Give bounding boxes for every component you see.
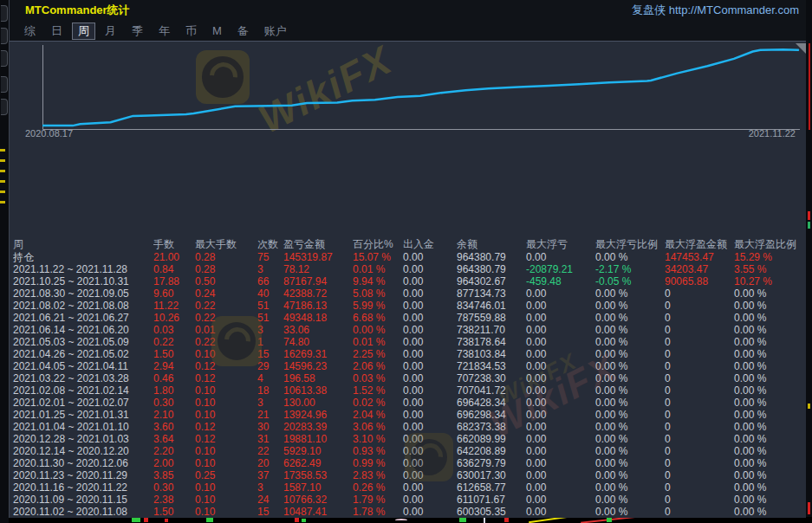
menu-tab-综[interactable]: 综 xyxy=(18,23,42,40)
table-row[interactable]: 2021.05.03 ~ 2021.05.090.220.22174.800.0… xyxy=(10,336,806,348)
value-cell: 0.00 % xyxy=(353,324,403,336)
value-cell: 0.00 xyxy=(526,421,595,433)
value-cell: 37 xyxy=(257,469,283,481)
value-cell: 0.00 xyxy=(403,409,457,421)
value-cell: 3 xyxy=(257,263,283,275)
candle-sliver xyxy=(808,502,810,514)
value-cell: 0 xyxy=(665,445,734,457)
value-cell: 0.93 % xyxy=(353,445,403,457)
value-cell: 最大浮盈金额 xyxy=(665,237,734,251)
brand-link[interactable]: 复盘侠 http://MTCommander.com xyxy=(632,3,799,18)
table-row[interactable]: 2021.02.08 ~ 2021.02.141.800.101810613.3… xyxy=(10,384,806,397)
value-cell: 0.28 xyxy=(195,263,257,275)
value-cell: 0.00 xyxy=(403,300,457,312)
title-bar[interactable]: MTCommander统计 复盘侠 http://MTCommander.com xyxy=(10,0,806,21)
table-row[interactable]: 2021.06.21 ~ 2021.06.2710.260.225149348.… xyxy=(10,312,806,324)
table-row[interactable]: 2021.01.04 ~ 2021.01.103.600.123020283.3… xyxy=(10,421,806,433)
menu-tab-币[interactable]: 币 xyxy=(179,23,203,40)
table-row[interactable]: 2020.12.14 ~ 2020.12.202.200.10225929.10… xyxy=(10,445,806,457)
candle-sliver xyxy=(808,404,810,409)
table-row[interactable]: 2020.11.02 ~ 2020.11.081.500.101510487.4… xyxy=(10,506,806,518)
menu-tab-周[interactable]: 周 xyxy=(72,23,95,40)
menu-tab-日[interactable]: 日 xyxy=(45,23,68,40)
value-cell: 0.00 xyxy=(403,263,457,275)
table-row[interactable]: 2021.04.05 ~ 2021.04.112.940.122914596.2… xyxy=(10,360,806,372)
period-cell: 2021.02.01 ~ 2021.02.07 xyxy=(13,397,153,409)
menu-tab-备[interactable]: 备 xyxy=(231,23,255,40)
table-row[interactable]: 2020.11.30 ~ 2020.12.062.000.10206262.49… xyxy=(10,457,806,469)
table-row[interactable]: 2021.08.30 ~ 2021.09.059.600.244042388.7… xyxy=(10,287,806,300)
table-row[interactable]: 2021.11.22 ~ 2021.11.280.840.28378.120.0… xyxy=(10,263,806,275)
value-cell: 0.00 xyxy=(526,300,595,312)
price-scale-tick xyxy=(0,149,5,152)
value-cell: 145319.87 xyxy=(283,251,353,263)
value-cell: 662089.99 xyxy=(457,433,526,445)
resize-grip[interactable] xyxy=(796,43,806,54)
table-row[interactable]: 2021.08.02 ~ 2021.08.0811.220.225147186.… xyxy=(10,300,806,312)
table-row[interactable]: 2020.12.28 ~ 2021.01.033.640.123119881.1… xyxy=(10,433,806,445)
value-cell: 0.00 % xyxy=(734,372,806,384)
table-row[interactable]: 2021.10.25 ~ 2021.10.3117.880.506687167.… xyxy=(10,275,806,287)
value-cell: 24 xyxy=(257,494,283,506)
table-row[interactable]: 2021.06.14 ~ 2021.06.200.030.01333.060.0… xyxy=(10,324,806,336)
value-cell: 0.10 xyxy=(195,397,257,409)
value-cell: 0.00 xyxy=(526,469,595,481)
window-title: MTCommander统计 xyxy=(25,3,130,18)
value-cell: 出入金 xyxy=(403,237,457,251)
value-cell: 0.00 xyxy=(526,506,595,518)
value-cell: 0.00 % xyxy=(734,324,806,336)
value-cell: 0.00 % xyxy=(595,360,665,372)
value-cell: 0.00 xyxy=(526,445,595,457)
value-cell: 0.00 % xyxy=(595,421,665,433)
value-cell: 0.00 % xyxy=(734,348,806,360)
table-row[interactable]: 2020.11.23 ~ 2020.11.293.850.253717358.5… xyxy=(10,469,806,481)
value-cell: 20 xyxy=(257,457,283,469)
table-row[interactable]: 2020.11.09 ~ 2020.11.152.380.102410766.3… xyxy=(10,494,806,506)
menu-tab-季[interactable]: 季 xyxy=(126,23,149,40)
period-cell: 2020.11.09 ~ 2020.11.15 xyxy=(13,494,153,506)
value-cell: 21.00 xyxy=(153,251,195,263)
period-cell: 2020.11.30 ~ 2020.12.06 xyxy=(13,457,153,469)
value-cell: 964380.79 xyxy=(457,263,526,275)
value-cell: 0 xyxy=(665,457,734,469)
table-row[interactable]: 持仓21.000.2875145319.8715.07 %0.00964380.… xyxy=(10,251,806,263)
value-cell: 2.38 xyxy=(153,494,195,506)
value-cell: 10766.32 xyxy=(283,494,353,506)
value-cell: 0.22 xyxy=(195,336,257,348)
value-cell: 0.00 xyxy=(403,481,457,494)
value-cell: 90065.88 xyxy=(665,275,734,287)
background-window-left-edge xyxy=(0,0,9,523)
value-cell: 0 xyxy=(665,372,734,384)
value-cell: 0.00 % xyxy=(734,409,806,421)
value-cell: 0.00 % xyxy=(595,384,665,397)
table-row[interactable]: 2021.02.01 ~ 2021.02.070.300.103130.000.… xyxy=(10,397,806,409)
menu-tab-M[interactable]: M xyxy=(206,23,228,38)
period-cell: 2020.11.16 ~ 2020.11.22 xyxy=(13,481,153,494)
value-cell: 51 xyxy=(257,312,283,324)
menu-tab-年[interactable]: 年 xyxy=(153,23,176,40)
value-cell: 0.00 % xyxy=(734,433,806,445)
value-cell: 51 xyxy=(257,300,283,312)
value-cell: 0 xyxy=(665,312,734,324)
value-cell: 0.22 xyxy=(153,336,195,348)
table-row[interactable]: 2021.03.22 ~ 2021.03.280.460.124196.580.… xyxy=(10,372,806,384)
value-cell: 5.99 % xyxy=(353,300,403,312)
period-cell: 2021.08.30 ~ 2021.09.05 xyxy=(13,287,153,300)
value-cell: 17358.53 xyxy=(283,469,353,481)
value-cell: 0.00 % xyxy=(734,421,806,433)
table-row[interactable]: 2020.11.16 ~ 2020.11.220.300.1031587.100… xyxy=(10,481,806,494)
value-cell: 0.00 xyxy=(526,251,595,263)
candle-sliver xyxy=(808,211,810,220)
value-cell: 0.84 xyxy=(153,263,195,275)
value-cell: 47186.13 xyxy=(283,300,353,312)
table-row[interactable]: 2021.04.26 ~ 2021.05.021.500.101516269.3… xyxy=(10,348,806,360)
screen: MTCommander统计 复盘侠 http://MTCommander.com… xyxy=(0,0,812,523)
value-cell: 0.00 % xyxy=(734,287,806,300)
menu-tab-月[interactable]: 月 xyxy=(99,23,122,40)
table-row[interactable]: 2021.01.25 ~ 2021.01.312.100.102113924.9… xyxy=(10,409,806,421)
value-cell: 0.10 xyxy=(195,506,257,518)
value-cell: 0.00 % xyxy=(595,506,665,518)
menu-tab-账户[interactable]: 账户 xyxy=(258,23,293,40)
value-cell: 19881.10 xyxy=(283,433,353,445)
period-cell: 2021.05.03 ~ 2021.05.09 xyxy=(13,336,153,348)
